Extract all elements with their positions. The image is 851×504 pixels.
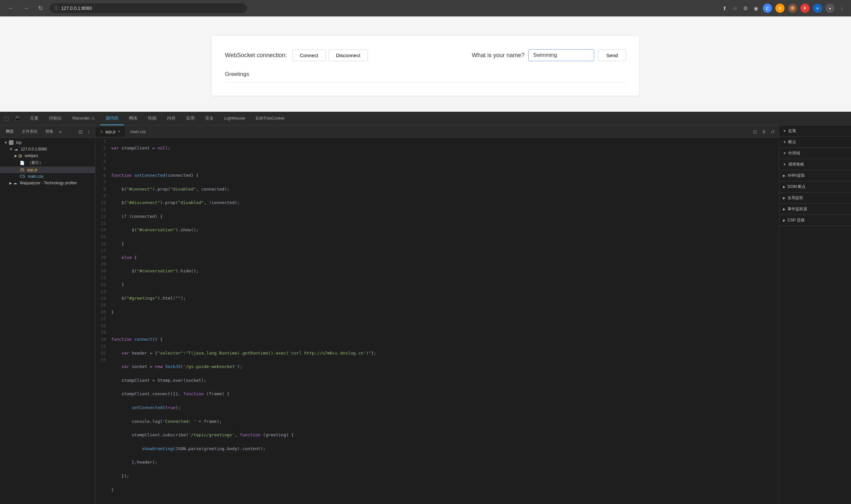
tree-item-host[interactable]: ▼ ☁ 127.0.0.1:8080 [0,146,95,152]
webjars-expand-icon: ▶ [15,154,17,158]
name-section: What is your name? Send [472,49,626,61]
refresh-button[interactable]: ↻ [35,3,46,13]
bookmark-button[interactable]: ☆ [731,4,739,13]
tree-item-webjars[interactable]: ▶ ▤ webjars [0,152,95,159]
tree-item-maincss[interactable]: CS main.css [0,173,95,180]
events-header[interactable]: ▶ 事件监听器 [779,204,851,215]
xhr-header[interactable]: ▶ XHR/提取 [779,170,851,181]
left-tab-filesystem[interactable]: 文件系统 [18,127,41,136]
section-dom: ▶ DOM 断点 [779,181,851,193]
code-area[interactable]: 12345 678910 1112131415 1617181920 21222… [95,138,779,504]
tab-sources[interactable]: 源代码 [100,112,124,125]
left-tab-more[interactable]: » [59,129,62,134]
file-icon-appjs: JS [20,167,24,172]
extensions-button[interactable]: ⚙ [742,4,749,13]
address-bar[interactable]: ⓘ 127.0.0.1:8080 [50,3,247,13]
tab-recorder[interactable]: Recorder ⚠ [67,112,100,125]
section-callstack: ▼ 调用堆栈 [779,159,851,170]
greetings-label: Greetings [225,71,626,83]
profile-button[interactable]: ◉ [752,4,760,13]
devtools-inspect-icon[interactable]: ⬚ [3,114,10,123]
panel-action-icon1[interactable]: ⊡ [77,128,84,135]
callstack-header[interactable]: ▼ 调用堆栈 [779,159,851,170]
tree-label-appjs: app.js [27,167,37,172]
extension-5[interactable]: ≡ [813,4,822,13]
events-arrow: ▶ [783,207,785,211]
back-button[interactable]: ← [5,4,16,13]
tree-item-index[interactable]: 📄 （索引） [0,159,95,166]
section-global: ▶ 全局监听 [779,193,851,204]
tree-item-wappalyzer[interactable]: ▶ ☁ Wappalyzer - Technology profiler [0,180,95,186]
folder-icon-webjars: ▤ [18,154,22,158]
close-tab-appjs[interactable]: ✕ [118,129,121,134]
file-tree: ▼ top ▼ ☁ 127.0.0.1:8080 ▶ ▤ webjars [0,138,95,504]
step-icon[interactable]: ↺ [769,128,776,135]
global-arrow: ▶ [783,196,785,200]
extension-1[interactable]: C [763,4,772,13]
connect-button[interactable]: Connect [292,50,326,61]
tree-label-maincss: main.css [28,174,44,179]
watch-label: 监视 [788,128,796,134]
name-input[interactable] [528,49,594,61]
breakpoints-header[interactable]: ▼ 断点 [779,137,851,147]
extension-profile[interactable]: ● [826,4,835,13]
panel-action-icon2[interactable]: ⋮ [85,128,92,135]
code-content: var stompClient = null; function setConn… [108,138,779,504]
section-csp: ▶ CSP 违规 [779,215,851,226]
devtools-body: 网页 文件系统 替换 » ⊡ ⋮ ▼ top [0,126,851,504]
extension-2[interactable]: 2 [775,4,785,13]
code-tab-appjs[interactable]: ⚠ app.js ✕ [95,127,126,137]
tab-lighthouse[interactable]: Lighthouse [219,112,250,125]
devtools-mobile-icon[interactable]: 📱 [13,114,22,123]
watch-header[interactable]: ▼ 监视 [779,126,851,136]
cloud-icon: ☁ [14,147,18,151]
devtools-tabbar: ⬚ 📱 元素 控制台 Recorder ⚠ 源代码 网络 性能 内存 应用 安全… [0,112,851,126]
dom-header[interactable]: ▶ DOM 断点 [779,181,851,192]
tab-network[interactable]: 网络 [124,112,143,125]
collapse-panel-icon[interactable]: ⊡ [752,128,758,135]
scope-header[interactable]: ▼ 作用域 [779,148,851,159]
section-xhr: ▶ XHR/提取 [779,170,851,181]
name-label: What is your name? [472,52,524,59]
code-tab-actions: ⊡ ⏸ ↺ [749,128,779,135]
tab-console[interactable]: 控制台 [44,112,67,125]
tab-editthiscookie[interactable]: EditThisCookie [250,112,290,125]
tab-security[interactable]: 安全 [200,112,219,125]
file-icon-maincss: CS [20,174,25,179]
tree-item-appjs[interactable]: JS app.js [0,166,95,173]
warn-icon: ⚠ [100,129,103,134]
tab-application[interactable]: 应用 [181,112,200,125]
extension-4[interactable]: F [800,4,810,13]
forward-button[interactable]: → [20,4,32,13]
send-button[interactable]: Send [598,50,626,61]
global-header[interactable]: ▶ 全局监听 [779,193,851,203]
share-button[interactable]: ⬆ [721,4,728,13]
menu-button[interactable]: ⋮ [838,4,846,13]
extension-3[interactable]: 🍪 [788,4,797,13]
tab-elements[interactable]: 元素 [25,112,44,125]
left-panel: 网页 文件系统 替换 » ⊡ ⋮ ▼ top [0,126,95,504]
xhr-label: XHR/提取 [787,173,805,178]
code-tab-maincss-label: main.css [130,129,146,134]
disconnect-button[interactable]: Disconnect [329,50,368,61]
tab-memory[interactable]: 内存 [162,112,181,125]
scope-arrow: ▼ [783,151,786,155]
breakpoints-label: 断点 [788,139,796,145]
cloud-icon-wappalyzer: ☁ [13,181,17,185]
watch-arrow: ▼ [783,129,786,133]
pause-icon[interactable]: ⏸ [760,128,767,135]
scope-label: 作用域 [788,150,800,156]
left-tab-webpage[interactable]: 网页 [3,127,17,136]
left-tab-overrides[interactable]: 替换 [42,127,56,136]
dom-arrow: ▶ [783,185,785,188]
tab-performance[interactable]: 性能 [143,112,162,125]
code-tabs: ⚠ app.js ✕ main.css ⊡ ⏸ ↺ [95,126,779,138]
folder-icon-top [9,140,14,145]
csp-header[interactable]: ▶ CSP 违规 [779,215,851,226]
code-tab-maincss[interactable]: main.css [126,127,151,137]
ws-controls: WebSocket connection: Connect Disconnect… [225,49,626,61]
websocket-demo: WebSocket connection: Connect Disconnect… [212,36,639,96]
secure-icon: ⓘ [54,5,58,11]
tree-item-top[interactable]: ▼ top [0,139,95,146]
tree-label-index: （索引） [27,160,43,166]
